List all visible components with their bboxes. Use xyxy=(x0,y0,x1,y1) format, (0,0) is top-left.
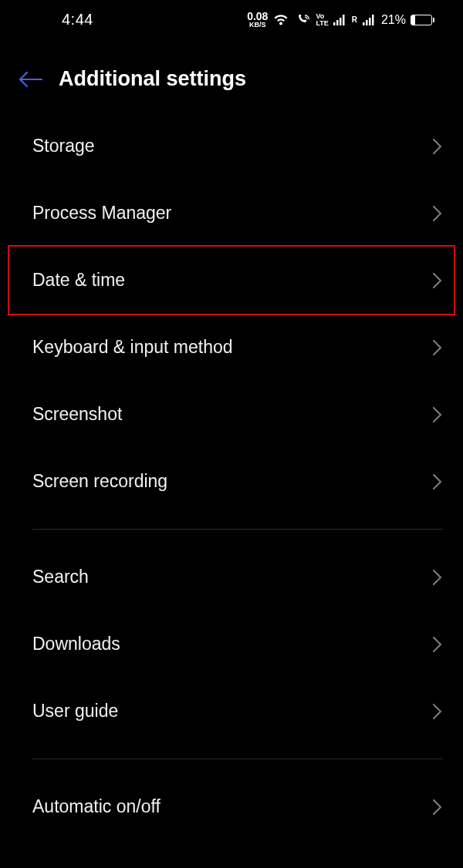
svg-rect-6 xyxy=(369,18,371,25)
svg-rect-2 xyxy=(340,18,342,25)
svg-rect-7 xyxy=(372,15,374,25)
volte-icon: Vo LTE xyxy=(316,13,328,25)
chevron-right-icon xyxy=(432,339,443,356)
settings-item-label: Search xyxy=(32,567,89,587)
settings-item-label: Process Manager xyxy=(32,203,171,224)
chevron-right-icon xyxy=(432,473,443,490)
chevron-right-icon xyxy=(432,636,443,653)
network-speed-icon: 0.08 KB/S xyxy=(247,12,268,28)
wifi-calling-icon xyxy=(294,13,311,27)
chevron-right-icon xyxy=(432,569,443,586)
chevron-right-icon xyxy=(432,272,443,289)
svg-rect-4 xyxy=(363,22,365,25)
status-bar: 4:44 0.08 KB/S Vo LTE R 21% xyxy=(0,0,463,36)
settings-item-label: Keyboard & input method xyxy=(32,337,233,358)
signal-sim1-icon xyxy=(333,15,347,25)
chevron-right-icon xyxy=(432,799,443,816)
settings-item-label: Downloads xyxy=(32,634,120,654)
svg-rect-5 xyxy=(366,20,368,25)
signal-sim2-icon xyxy=(363,15,377,25)
battery-percentage: 21% xyxy=(381,13,406,27)
wifi-icon xyxy=(272,13,289,27)
svg-rect-3 xyxy=(343,15,345,25)
settings-item-label: User guide xyxy=(32,701,118,722)
roaming-icon: R xyxy=(352,15,357,24)
settings-item-keyboard-input[interactable]: Keyboard & input method xyxy=(0,314,463,381)
chevron-right-icon xyxy=(432,406,443,423)
svg-rect-0 xyxy=(333,22,336,25)
settings-item-user-guide[interactable]: User guide xyxy=(0,678,463,745)
settings-item-search[interactable]: Search xyxy=(0,543,463,611)
settings-item-label: Screen recording xyxy=(32,471,167,492)
back-arrow-icon[interactable] xyxy=(17,70,43,89)
status-indicators: 0.08 KB/S Vo LTE R 21% xyxy=(247,12,432,28)
settings-item-screen-recording[interactable]: Screen recording xyxy=(0,448,463,515)
divider xyxy=(32,529,443,530)
settings-item-process-manager[interactable]: Process Manager xyxy=(0,180,463,247)
settings-item-label: Automatic on/off xyxy=(32,796,161,817)
settings-item-screenshot[interactable]: Screenshot xyxy=(0,381,463,448)
page-title: Additional settings xyxy=(59,67,246,91)
settings-item-date-time[interactable]: Date & time xyxy=(8,245,455,315)
page-header: Additional settings xyxy=(0,36,463,113)
divider xyxy=(32,759,443,759)
settings-item-label: Date & time xyxy=(32,270,125,291)
settings-item-automatic-onoff[interactable]: Automatic on/off xyxy=(0,773,463,840)
chevron-right-icon xyxy=(432,205,443,222)
settings-item-downloads[interactable]: Downloads xyxy=(0,611,463,678)
settings-item-label: Screenshot xyxy=(32,404,122,425)
chevron-right-icon xyxy=(432,703,443,720)
settings-list: Storage Process Manager Date & time Keyb… xyxy=(0,113,463,840)
battery-icon xyxy=(411,15,432,25)
chevron-right-icon xyxy=(432,138,443,155)
svg-rect-1 xyxy=(336,20,339,25)
settings-item-label: Storage xyxy=(32,136,95,156)
settings-item-storage[interactable]: Storage xyxy=(0,113,463,180)
status-time: 4:44 xyxy=(62,11,93,29)
